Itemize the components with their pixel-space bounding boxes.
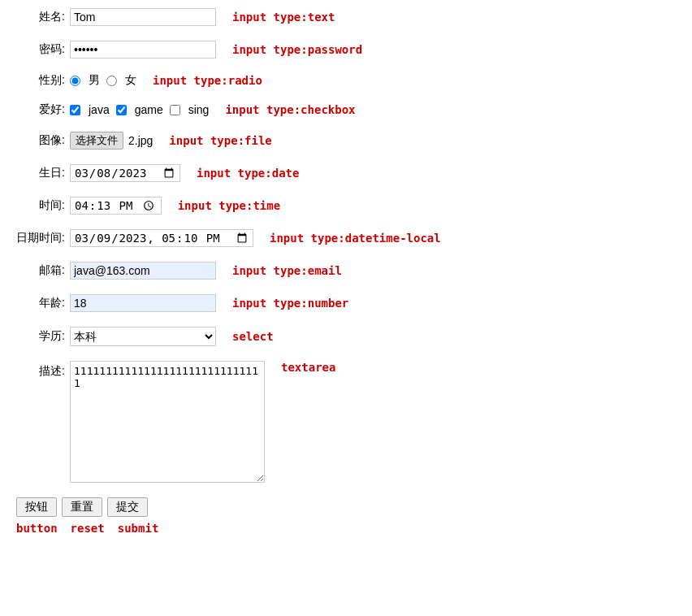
name-row: 姓名: input type:text xyxy=(16,8,676,26)
education-annotation: select xyxy=(232,330,274,343)
time-label: 时间: xyxy=(16,198,65,213)
gender-male-radio[interactable] xyxy=(70,76,80,86)
email-row: 邮箱: input type:email xyxy=(16,262,676,280)
password-row: 密码: input type:password xyxy=(16,41,676,59)
hobby-game-label: game xyxy=(135,103,163,116)
gender-radio-group: 男 女 xyxy=(70,73,136,88)
age-row: 年龄: input type:number xyxy=(16,294,676,312)
gender-female-label: 女 xyxy=(125,73,136,88)
email-input[interactable] xyxy=(70,262,216,280)
name-input[interactable] xyxy=(70,8,216,26)
date-input[interactable] xyxy=(70,164,180,182)
hobby-row: 爱好: java game sing input type:checkbox xyxy=(16,102,676,117)
name-annotation: input type:text xyxy=(232,11,335,24)
hobby-label: 爱好: xyxy=(16,102,65,117)
hobby-checkbox-group: java game sing xyxy=(70,103,209,116)
gender-male-label: 男 xyxy=(89,73,100,88)
generic-button[interactable]: 按钮 xyxy=(16,497,57,517)
file-annotation: input type:file xyxy=(169,134,271,147)
gender-annotation: input type:radio xyxy=(153,74,262,87)
time-row: 时间: input type:time xyxy=(16,197,676,215)
button-type-label: button xyxy=(16,522,58,535)
hobby-sing-label: sing xyxy=(188,103,210,116)
hobby-sing-checkbox[interactable] xyxy=(170,105,180,115)
file-name: 2.jpg xyxy=(128,134,153,147)
button-row: 按钮 重置 提交 xyxy=(16,497,676,517)
datetime-label: 日期时间: xyxy=(16,231,65,245)
file-choose-button[interactable]: 选择文件 xyxy=(70,132,123,150)
hobby-java-checkbox[interactable] xyxy=(70,105,80,115)
password-input[interactable] xyxy=(70,41,216,59)
time-annotation: input type:time xyxy=(178,199,280,212)
time-input[interactable] xyxy=(70,197,162,215)
file-area: 选择文件 2.jpg xyxy=(70,132,153,150)
submit-type-label: submit xyxy=(118,522,159,535)
textarea-annotation: textarea xyxy=(281,361,335,374)
education-row: 学历: 本科 专科 硕士 博士 高中 select xyxy=(16,327,676,346)
submit-button[interactable]: 提交 xyxy=(107,497,148,517)
reset-type-label: reset xyxy=(71,522,105,535)
name-label: 姓名: xyxy=(16,10,65,24)
datetime-input[interactable] xyxy=(70,229,253,247)
education-select[interactable]: 本科 专科 硕士 博士 高中 xyxy=(70,327,216,346)
date-annotation: input type:date xyxy=(197,167,299,180)
hobby-java-label: java xyxy=(89,103,110,116)
age-annotation: input type:number xyxy=(232,297,348,310)
education-label: 学历: xyxy=(16,329,65,344)
file-label: 图像: xyxy=(16,133,65,148)
age-label: 年龄: xyxy=(16,296,65,310)
gender-label: 性别: xyxy=(16,73,65,88)
password-annotation: input type:password xyxy=(232,43,362,56)
password-label: 密码: xyxy=(16,42,65,57)
email-label: 邮箱: xyxy=(16,263,65,278)
gender-female-radio[interactable] xyxy=(106,76,117,86)
date-label: 生日: xyxy=(16,166,65,180)
hobby-game-checkbox[interactable] xyxy=(116,105,127,115)
describe-textarea[interactable]: 111111111111111111111111111111 xyxy=(70,361,265,483)
file-row: 图像: 选择文件 2.jpg input type:file xyxy=(16,132,676,150)
describe-label: 描述: xyxy=(16,364,65,379)
hobby-annotation: input type:checkbox xyxy=(225,103,355,116)
date-row: 生日: input type:date xyxy=(16,164,676,182)
button-annotation-row: button reset submit xyxy=(16,522,676,535)
datetime-row: 日期时间: input type:datetime-local xyxy=(16,229,676,247)
datetime-annotation: input type:datetime-local xyxy=(270,232,441,245)
describe-row: 描述: 111111111111111111111111111111 texta… xyxy=(16,361,676,483)
gender-row: 性别: 男 女 input type:radio xyxy=(16,73,676,88)
reset-button[interactable]: 重置 xyxy=(62,497,102,517)
email-annotation: input type:email xyxy=(232,264,342,277)
age-input[interactable] xyxy=(70,294,216,312)
